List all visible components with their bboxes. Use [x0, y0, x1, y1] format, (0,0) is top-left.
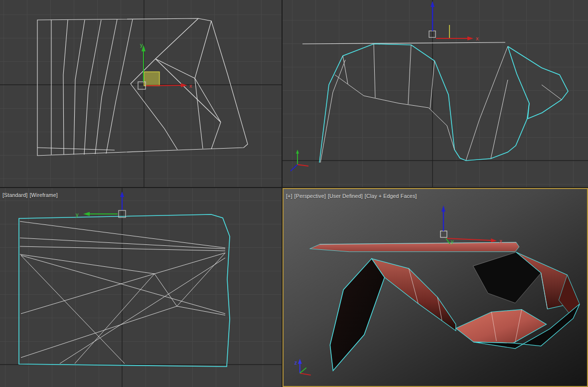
- x-axis-label: x: [476, 35, 479, 41]
- viewport-top-right[interactable]: x: [283, 0, 588, 187]
- model-left-leg[interactable]: [330, 259, 384, 371]
- viewport-pov-menu[interactable]: [Standard]: [2, 192, 27, 198]
- model-wireframe-front[interactable]: [302, 42, 568, 163]
- y-axis-arrowhead: [83, 212, 90, 216]
- z-axis-arrowhead: [431, 1, 435, 7]
- x-axis-label: x: [189, 83, 192, 89]
- transform-gizmo[interactable]: x y: [441, 205, 502, 244]
- top-left-canvas: y x: [0, 0, 282, 187]
- x-axis-arrowhead: [467, 36, 473, 40]
- z-axis-arrowhead: [441, 205, 445, 212]
- x-axis-arrowhead: [491, 238, 497, 242]
- gizmo-plane-handle[interactable]: [144, 72, 159, 86]
- top-right-canvas: x: [283, 0, 588, 187]
- viewport-top-left[interactable]: y x: [0, 0, 282, 187]
- z-axis-arrowhead: [120, 192, 124, 197]
- viewport-grid: y x: [0, 0, 588, 387]
- viewport-shading-menu[interactable]: [Clay + Edged Faces]: [365, 193, 417, 199]
- y-axis-label: y: [451, 238, 454, 244]
- perspective-canvas: x y z: [284, 189, 587, 386]
- gizmo-origin-square[interactable]: [441, 231, 447, 237]
- transform-gizmo[interactable]: x: [429, 1, 479, 41]
- viewport-general-menu[interactable]: [+]: [286, 193, 293, 199]
- transform-gizmo[interactable]: y: [76, 192, 126, 217]
- y-axis-label: y: [76, 211, 79, 217]
- y-axis-label: y: [140, 42, 143, 48]
- viewport-pov-menu[interactable]: [Perspective]: [294, 193, 326, 199]
- bottom-left-canvas: y: [0, 188, 282, 387]
- model-mid-surface[interactable]: [372, 259, 456, 331]
- viewport-label: [+][Perspective][User Defined][Clay + Ed…: [286, 193, 419, 199]
- model-top-plane[interactable]: [310, 242, 519, 252]
- viewport-camera-menu[interactable]: [User Defined]: [328, 193, 363, 199]
- model-clay-perspective[interactable]: [310, 242, 580, 371]
- world-axis-tripod: z: [294, 359, 311, 376]
- viewport-bottom-left[interactable]: [Standard][Wireframe]: [0, 188, 282, 387]
- grid-axes: [0, 0, 282, 187]
- grid-axes: [283, 0, 588, 187]
- model-wireframe-top[interactable]: [37, 18, 248, 156]
- viewport-shading-menu[interactable]: [Wireframe]: [29, 192, 57, 198]
- model-basin[interactable]: [456, 310, 547, 343]
- z-axis-label: z: [294, 360, 297, 366]
- x-axis-arrow[interactable]: [146, 85, 181, 86]
- viewport-label: [Standard][Wireframe]: [2, 192, 60, 198]
- model-wireframe-left[interactable]: [19, 214, 230, 367]
- x-axis-label: x: [499, 238, 502, 244]
- viewport-perspective[interactable]: [+][Perspective][User Defined][Clay + Ed…: [283, 188, 588, 387]
